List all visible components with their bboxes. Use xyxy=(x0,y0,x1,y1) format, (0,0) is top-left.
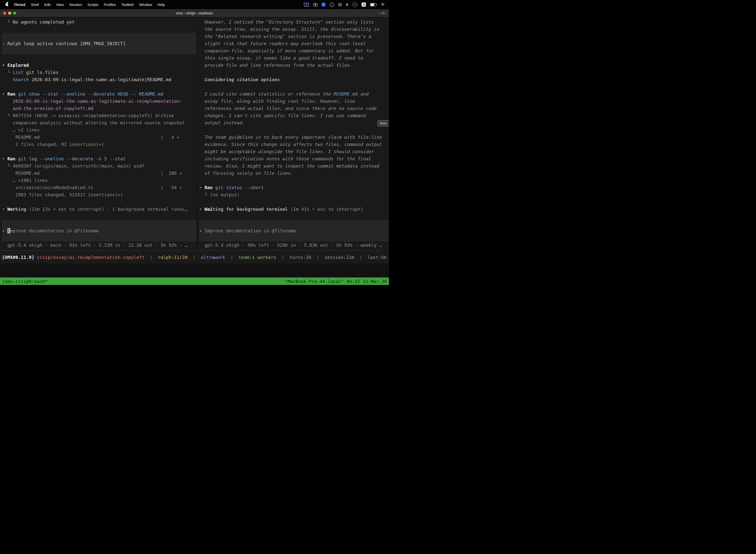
apple-menu[interactable] xyxy=(3,3,11,6)
terminal-line xyxy=(199,220,389,227)
terminal-line: the source tree, missing the essay. Stil… xyxy=(199,25,389,33)
omx-status-segment xyxy=(34,255,37,260)
terminal-line: • Waiting for background terminal (1m 41… xyxy=(199,206,389,213)
text-segment: › xyxy=(199,228,205,233)
terminal-line: slight risk that future readers may over… xyxy=(199,40,389,47)
menu-item-toolbelt[interactable]: Toolbelt xyxy=(119,3,136,7)
terminal-line xyxy=(199,198,389,206)
terminal-line: changes, I can't cite specific file line… xyxy=(199,112,389,119)
window-titlebar[interactable]: omx --xhigh --madmax ⌥⌘1 xyxy=(0,9,389,17)
omx-status-segment: session:12m xyxy=(325,255,354,260)
text-segment: slight risk that future readers may over… xyxy=(199,41,366,46)
prompt-input-line[interactable]: › Improve documentation in @filename xyxy=(199,227,389,234)
menu-item-view[interactable]: View xyxy=(53,3,66,7)
menu-item-shell[interactable]: Shell xyxy=(28,3,42,7)
screen-overlay-button[interactable]: Scre xyxy=(378,120,389,126)
key-8-icon[interactable]: 8 xyxy=(346,3,348,6)
text-segment: king xyxy=(15,207,26,212)
text-segment: README.md | 4 + xyxy=(2,134,179,140)
omx-status-segment: team:1 workers xyxy=(239,255,276,260)
text-segment: Wai xyxy=(205,207,213,212)
text-segment: • xyxy=(2,63,7,68)
terminal-line: essay file, along with finding root file… xyxy=(199,98,389,105)
battery-charging-icon[interactable]: ⚡ xyxy=(370,3,376,6)
right-pane-rows[interactable]: However, I noticed the "Directory Struct… xyxy=(197,17,389,251)
menu-item-scripts[interactable]: Scripts xyxy=(85,3,101,7)
menu-item-help[interactable]: Help xyxy=(155,3,168,7)
gauge-badge-icon[interactable]: .61 xyxy=(352,2,358,7)
terminal-line xyxy=(199,126,389,133)
text-segment: • xyxy=(199,185,205,190)
menubar: iTerm2 ShellEditViewSessionScriptsProfil… xyxy=(0,0,389,9)
omx-status-segment: | xyxy=(144,255,158,260)
text-segment: the source tree, missing the essay. Stil… xyxy=(199,26,379,32)
terminal-line: gpt-5.4 xhigh · 96% left · 520K in · 5.8… xyxy=(199,241,389,249)
terminal-line xyxy=(199,234,389,241)
minimize-button[interactable] xyxy=(8,12,11,15)
terminal-line: companion analysis without altering the … xyxy=(2,119,196,126)
text-segment: gpt-5.4 xhigh · 96% left · 520K in · 5.8… xyxy=(199,242,382,248)
terminal-line: └ List git ls-files xyxy=(2,69,196,76)
text-segment: 1903 files changed, 513517 insertions(+) xyxy=(2,192,123,197)
tmux-session-label: [omx-cczip0:bash* xyxy=(2,279,48,284)
terminal-line xyxy=(2,83,196,90)
menu-item-window[interactable]: Window xyxy=(136,3,155,7)
menu-item-edit[interactable]: Edit xyxy=(42,3,53,7)
text-segment: the "Related research writing" section i… xyxy=(199,34,371,39)
text-segment: of focusing solely on file lines. xyxy=(199,170,293,176)
text-segment: 2026-03-09-is-legal-the-same-as-legitima… xyxy=(29,77,171,82)
omx-status-segment: ralph:11/20 xyxy=(158,255,188,260)
text-segment: and-the-erosion-of-copyleft.md xyxy=(2,106,93,111)
fullscreen-button[interactable] xyxy=(13,12,16,15)
terminal-line: └ No agents completed yet xyxy=(2,18,196,25)
terminal-line: • Working (11m 13s • esc to interrupt) ·… xyxy=(2,206,196,213)
terminal-line: gpt-5.4 xhigh · main · 91% left · 2.31M … xyxy=(2,241,196,249)
a-app-icon[interactable]: A xyxy=(362,2,366,7)
text-segment: Improve documentation in @filename xyxy=(205,228,296,233)
dark-circle-icon[interactable] xyxy=(330,2,334,7)
terminal-area[interactable]: └ No agents completed yet › Ralph loop a… xyxy=(0,17,389,251)
text-segment: (11m 13s • esc to interrupt) · 1 backgro… xyxy=(26,207,188,212)
text-segment: including verification notes with those … xyxy=(199,156,371,161)
close-button[interactable] xyxy=(3,12,6,15)
text-segment: git ls-files xyxy=(23,70,59,75)
wifi-icon[interactable] xyxy=(380,3,385,6)
text-segment: I xyxy=(7,228,10,233)
terminal-line xyxy=(2,198,196,206)
omx-status-segment: last:5m ago xyxy=(368,255,389,260)
text-segment: 2026-03-09-is-legal-the-same-as-legitima… xyxy=(2,99,182,104)
text-segment: changes, I can't cite specific file line… xyxy=(199,113,366,118)
terminal-line xyxy=(2,148,196,155)
text-segment: README.md xyxy=(334,91,358,97)
terminal-line: • Explored xyxy=(2,62,196,69)
terminal-line: README.md | 280 + xyxy=(2,170,196,177)
text-segment: companion file, especially if more comme… xyxy=(199,48,374,53)
prompt-input-line[interactable]: › Improve documentation in @filename xyxy=(2,227,196,234)
screen-recording-icon[interactable] xyxy=(304,3,309,7)
terminal-line: src/voice/voiceModeEnabled.ts | 54 + xyxy=(2,184,196,191)
window-grid-icon[interactable] xyxy=(313,3,317,6)
terminal-line: The team guideline is to back every impo… xyxy=(199,133,389,141)
terminal-line: 2 files changed, 92 insertions(+) xyxy=(2,141,196,148)
terminal-line xyxy=(2,54,196,62)
screen: iTerm2 ShellEditViewSessionScriptsProfil… xyxy=(0,0,389,285)
menu-item-session[interactable]: Session xyxy=(66,3,85,7)
text-segment: output instead. xyxy=(199,120,245,125)
text-segment: › xyxy=(2,228,7,233)
text-segment xyxy=(2,77,13,82)
terminal-line: 1903 files changed, 513517 insertions(+) xyxy=(2,191,196,198)
text-segment: git log --oneline --decorate -n 5 --stat xyxy=(15,156,126,161)
menu-item-profiles[interactable]: Profiles xyxy=(101,3,119,7)
dots-grid-icon[interactable] xyxy=(338,3,342,6)
text-segment: Ran xyxy=(7,156,16,161)
menu-app-name[interactable]: iTerm2 xyxy=(11,3,28,7)
terminal-line: Search 2026-03-09-is-legal-the-same-as-l… xyxy=(2,76,196,83)
omx-status-segment: ultrawork xyxy=(201,255,225,260)
blue-app-icon[interactable] xyxy=(322,3,325,6)
terminal-line: • Ran git show --stat --oneline --decora… xyxy=(2,90,196,98)
text-segment: However, I noticed the "Directory Struct… xyxy=(199,19,374,24)
text-segment: … +2 lines xyxy=(2,127,40,132)
left-pane-rows[interactable]: └ No agents completed yet › Ralph loop a… xyxy=(0,17,196,251)
terminal-line: might be acceptable alongside the file l… xyxy=(199,148,389,155)
omx-status-segment: | xyxy=(276,255,290,260)
